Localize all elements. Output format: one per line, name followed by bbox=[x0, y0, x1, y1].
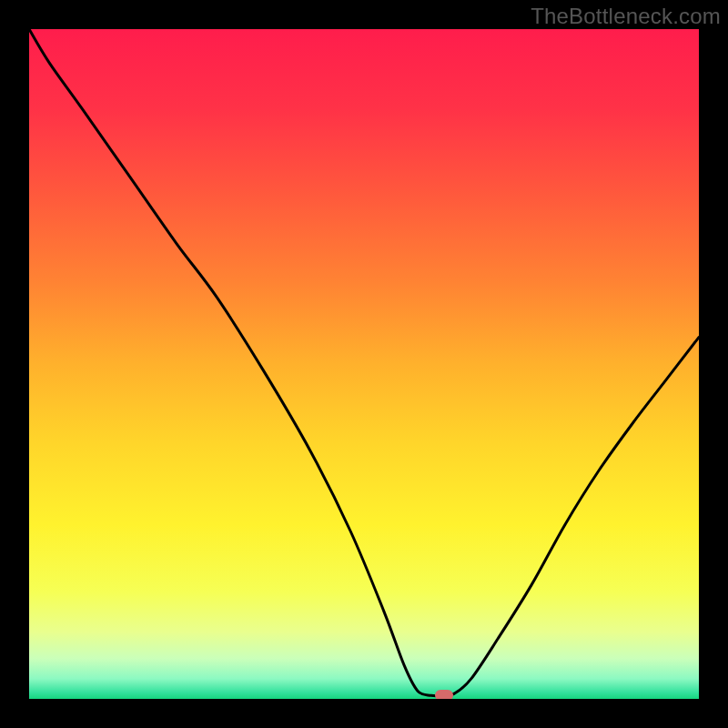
chart-container: TheBottleneck.com bbox=[0, 0, 728, 728]
plot-area bbox=[29, 29, 699, 699]
bottleneck-curve bbox=[29, 29, 699, 699]
optimal-point-marker bbox=[435, 690, 453, 699]
watermark-text: TheBottleneck.com bbox=[531, 4, 721, 29]
